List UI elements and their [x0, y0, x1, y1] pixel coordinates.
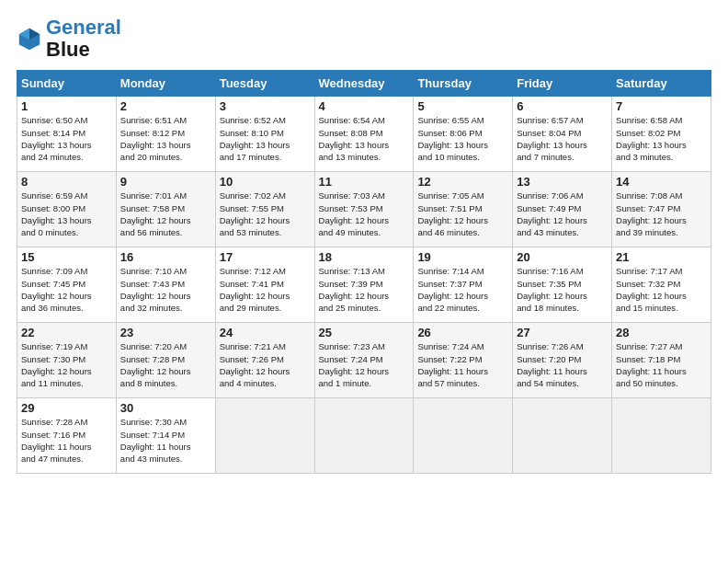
col-sunday: Sunday: [17, 71, 117, 97]
calendar-cell: 14Sunrise: 7:08 AM Sunset: 7:47 PM Dayli…: [612, 172, 711, 247]
calendar-row-1: 1Sunrise: 6:50 AM Sunset: 8:14 PM Daylig…: [17, 97, 711, 172]
header: GeneralBlue: [17, 17, 711, 61]
calendar-cell: [414, 398, 513, 474]
day-info: Sunrise: 7:30 AM Sunset: 7:14 PM Dayligh…: [120, 416, 211, 465]
day-number: 15: [21, 250, 112, 264]
day-number: 21: [616, 250, 707, 264]
calendar-cell: 12Sunrise: 7:05 AM Sunset: 7:51 PM Dayli…: [414, 172, 513, 247]
calendar-cell: 6Sunrise: 6:57 AM Sunset: 8:04 PM Daylig…: [513, 97, 612, 172]
day-info: Sunrise: 7:27 AM Sunset: 7:18 PM Dayligh…: [616, 340, 707, 389]
calendar-cell: 3Sunrise: 6:52 AM Sunset: 8:10 PM Daylig…: [215, 97, 314, 172]
calendar-row-5: 29Sunrise: 7:28 AM Sunset: 7:16 PM Dayli…: [17, 398, 711, 474]
calendar-cell: [612, 398, 711, 474]
header-row: Sunday Monday Tuesday Wednesday Thursday…: [17, 71, 711, 97]
calendar-cell: 2Sunrise: 6:51 AM Sunset: 8:12 PM Daylig…: [116, 97, 215, 172]
calendar-cell: 8Sunrise: 6:59 AM Sunset: 8:00 PM Daylig…: [17, 172, 117, 247]
calendar-cell: 5Sunrise: 6:55 AM Sunset: 8:06 PM Daylig…: [414, 97, 513, 172]
day-info: Sunrise: 7:01 AM Sunset: 7:58 PM Dayligh…: [120, 190, 211, 238]
day-info: Sunrise: 6:54 AM Sunset: 8:08 PM Dayligh…: [319, 114, 410, 163]
day-number: 30: [120, 401, 211, 415]
calendar-cell: 22Sunrise: 7:19 AM Sunset: 7:30 PM Dayli…: [17, 323, 117, 398]
calendar-cell: 24Sunrise: 7:21 AM Sunset: 7:26 PM Dayli…: [215, 323, 314, 398]
day-info: Sunrise: 7:17 AM Sunset: 7:32 PM Dayligh…: [616, 265, 707, 314]
calendar-cell: 21Sunrise: 7:17 AM Sunset: 7:32 PM Dayli…: [612, 247, 711, 323]
day-info: Sunrise: 7:14 AM Sunset: 7:37 PM Dayligh…: [417, 265, 508, 314]
calendar-cell: 26Sunrise: 7:24 AM Sunset: 7:22 PM Dayli…: [414, 323, 513, 398]
day-info: Sunrise: 7:19 AM Sunset: 7:30 PM Dayligh…: [21, 340, 112, 389]
day-info: Sunrise: 7:20 AM Sunset: 7:28 PM Dayligh…: [120, 340, 211, 389]
calendar-cell: 23Sunrise: 7:20 AM Sunset: 7:28 PM Dayli…: [116, 323, 215, 398]
day-info: Sunrise: 6:57 AM Sunset: 8:04 PM Dayligh…: [517, 114, 608, 163]
calendar-table: Sunday Monday Tuesday Wednesday Thursday…: [17, 70, 711, 474]
col-friday: Friday: [513, 71, 612, 97]
day-info: Sunrise: 7:10 AM Sunset: 7:43 PM Dayligh…: [120, 265, 211, 314]
page: GeneralBlue Sunday Monday Tuesday Wednes…: [0, 0, 728, 483]
day-info: Sunrise: 7:08 AM Sunset: 7:47 PM Dayligh…: [616, 190, 707, 238]
day-number: 20: [517, 250, 608, 264]
day-number: 4: [319, 99, 410, 113]
calendar-row-3: 15Sunrise: 7:09 AM Sunset: 7:45 PM Dayli…: [17, 247, 711, 323]
calendar-cell: [513, 398, 612, 474]
calendar-cell: 13Sunrise: 7:06 AM Sunset: 7:49 PM Dayli…: [513, 172, 612, 247]
day-number: 6: [517, 99, 608, 113]
day-number: 11: [319, 175, 410, 189]
day-number: 22: [21, 326, 112, 339]
calendar-row-2: 8Sunrise: 6:59 AM Sunset: 8:00 PM Daylig…: [17, 172, 711, 247]
day-number: 8: [21, 175, 112, 189]
calendar-cell: 15Sunrise: 7:09 AM Sunset: 7:45 PM Dayli…: [17, 247, 117, 323]
day-info: Sunrise: 6:58 AM Sunset: 8:02 PM Dayligh…: [616, 114, 707, 163]
calendar-cell: 7Sunrise: 6:58 AM Sunset: 8:02 PM Daylig…: [612, 97, 711, 172]
day-info: Sunrise: 7:16 AM Sunset: 7:35 PM Dayligh…: [517, 265, 608, 314]
day-info: Sunrise: 6:52 AM Sunset: 8:10 PM Dayligh…: [220, 114, 311, 163]
col-monday: Monday: [116, 71, 215, 97]
calendar-cell: 17Sunrise: 7:12 AM Sunset: 7:41 PM Dayli…: [215, 247, 314, 323]
day-number: 14: [616, 175, 707, 189]
calendar-cell: 10Sunrise: 7:02 AM Sunset: 7:55 PM Dayli…: [215, 172, 314, 247]
day-info: Sunrise: 7:05 AM Sunset: 7:51 PM Dayligh…: [417, 190, 508, 238]
calendar-cell: 1Sunrise: 6:50 AM Sunset: 8:14 PM Daylig…: [17, 97, 117, 172]
calendar-cell: 20Sunrise: 7:16 AM Sunset: 7:35 PM Dayli…: [513, 247, 612, 323]
day-number: 19: [417, 250, 508, 264]
day-number: 5: [417, 99, 508, 113]
day-number: 13: [517, 175, 608, 189]
calendar-cell: [215, 398, 314, 474]
day-info: Sunrise: 7:03 AM Sunset: 7:53 PM Dayligh…: [319, 190, 410, 238]
day-info: Sunrise: 6:51 AM Sunset: 8:12 PM Dayligh…: [120, 114, 211, 163]
calendar-cell: 19Sunrise: 7:14 AM Sunset: 7:37 PM Dayli…: [414, 247, 513, 323]
day-number: 25: [319, 326, 410, 339]
day-number: 1: [21, 99, 112, 113]
calendar-cell: [314, 398, 414, 474]
day-number: 10: [220, 175, 311, 189]
day-info: Sunrise: 6:59 AM Sunset: 8:00 PM Dayligh…: [21, 190, 112, 238]
day-number: 29: [21, 401, 112, 415]
logo: GeneralBlue: [17, 17, 121, 61]
calendar-cell: 27Sunrise: 7:26 AM Sunset: 7:20 PM Dayli…: [513, 323, 612, 398]
day-number: 17: [220, 250, 311, 264]
day-number: 12: [417, 175, 508, 189]
logo-text: GeneralBlue: [46, 17, 121, 61]
day-number: 2: [120, 99, 211, 113]
day-number: 7: [616, 99, 707, 113]
calendar-cell: 25Sunrise: 7:23 AM Sunset: 7:24 PM Dayli…: [314, 323, 414, 398]
day-info: Sunrise: 7:26 AM Sunset: 7:20 PM Dayligh…: [517, 340, 608, 389]
day-number: 26: [417, 326, 508, 339]
day-info: Sunrise: 7:24 AM Sunset: 7:22 PM Dayligh…: [417, 340, 508, 389]
day-info: Sunrise: 6:55 AM Sunset: 8:06 PM Dayligh…: [417, 114, 508, 163]
calendar-cell: 30Sunrise: 7:30 AM Sunset: 7:14 PM Dayli…: [116, 398, 215, 474]
day-info: Sunrise: 7:09 AM Sunset: 7:45 PM Dayligh…: [21, 265, 112, 314]
day-number: 24: [220, 326, 311, 339]
day-number: 28: [616, 326, 707, 339]
calendar-cell: 9Sunrise: 7:01 AM Sunset: 7:58 PM Daylig…: [116, 172, 215, 247]
day-info: Sunrise: 7:06 AM Sunset: 7:49 PM Dayligh…: [517, 190, 608, 238]
calendar-cell: 18Sunrise: 7:13 AM Sunset: 7:39 PM Dayli…: [314, 247, 414, 323]
day-info: Sunrise: 7:28 AM Sunset: 7:16 PM Dayligh…: [21, 416, 112, 465]
day-info: Sunrise: 7:02 AM Sunset: 7:55 PM Dayligh…: [220, 190, 311, 238]
day-number: 9: [120, 175, 211, 189]
col-wednesday: Wednesday: [314, 71, 414, 97]
day-info: Sunrise: 7:23 AM Sunset: 7:24 PM Dayligh…: [319, 340, 410, 389]
day-info: Sunrise: 7:12 AM Sunset: 7:41 PM Dayligh…: [220, 265, 311, 314]
calendar-cell: 29Sunrise: 7:28 AM Sunset: 7:16 PM Dayli…: [17, 398, 117, 474]
col-tuesday: Tuesday: [215, 71, 314, 97]
day-number: 18: [319, 250, 410, 264]
calendar-cell: 4Sunrise: 6:54 AM Sunset: 8:08 PM Daylig…: [314, 97, 414, 172]
